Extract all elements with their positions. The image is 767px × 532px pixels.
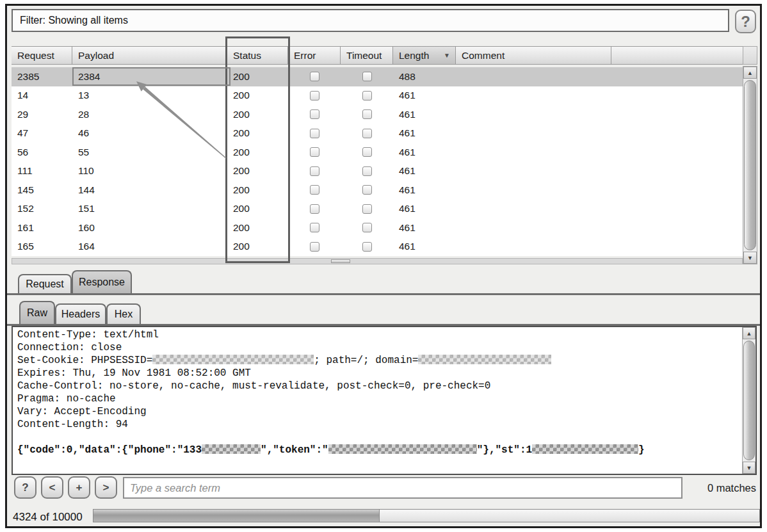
timeout-checkbox[interactable]: [362, 204, 372, 214]
column-header-error[interactable]: Error: [288, 47, 341, 64]
timeout-checkbox[interactable]: [362, 242, 372, 252]
table-row[interactable]: 23852384200488: [12, 67, 743, 86]
response-vertical-scrollbar[interactable]: ▲ ▼: [742, 327, 755, 474]
table-header-corner: [743, 46, 757, 65]
response-line: Cache-Control: no-store, no-cache, must-…: [17, 380, 741, 392]
match-count-label: 0 matches: [683, 477, 756, 499]
table-row[interactable]: 152151200461: [12, 200, 743, 219]
status-cell: 200: [227, 105, 288, 124]
scroll-up-icon[interactable]: ▲: [743, 327, 755, 339]
request-cell: 161: [12, 218, 72, 238]
row-spacer: [611, 238, 743, 257]
error-checkbox[interactable]: [310, 242, 319, 252]
error-cell: [288, 218, 341, 238]
payload-cell: 2384: [72, 67, 227, 86]
scroll-down-icon[interactable]: ▼: [743, 462, 755, 474]
error-checkbox[interactable]: [310, 129, 319, 138]
error-checkbox[interactable]: [310, 185, 319, 195]
column-header-length[interactable]: Length ▼: [393, 47, 456, 64]
payload-cell: 46: [72, 124, 227, 143]
timeout-checkbox[interactable]: [362, 223, 372, 232]
error-checkbox[interactable]: [310, 204, 319, 214]
row-spacer: [611, 105, 743, 124]
timeout-checkbox[interactable]: [362, 185, 372, 195]
redacted-text: [202, 444, 261, 454]
table-row[interactable]: 161160200461: [12, 218, 743, 238]
column-header-request[interactable]: Request: [12, 47, 72, 64]
error-checkbox[interactable]: [310, 109, 319, 119]
timeout-checkbox[interactable]: [362, 109, 372, 119]
column-header-timeout[interactable]: Timeout: [341, 47, 393, 64]
error-checkbox[interactable]: [310, 72, 319, 81]
status-cell: 200: [227, 218, 288, 238]
timeout-checkbox[interactable]: [362, 72, 372, 81]
status-cell: 200: [227, 238, 288, 257]
timeout-cell: [341, 105, 393, 124]
search-help-button[interactable]: ?: [14, 476, 36, 499]
status-cell: 200: [227, 181, 288, 200]
response-text-segment: Cache-Control: no-store, no-cache, must-…: [17, 380, 490, 392]
help-button[interactable]: ?: [735, 10, 756, 33]
error-cell: [288, 143, 341, 162]
search-input[interactable]: [123, 477, 682, 499]
table-row[interactable]: 5655200461: [12, 143, 743, 162]
table-vertical-scrollbar[interactable]: ▲ ▼: [743, 66, 757, 264]
error-cell: [288, 200, 341, 219]
comment-cell: [456, 162, 611, 181]
timeout-cell: [341, 218, 393, 238]
status-cell: 200: [227, 143, 288, 162]
comment-cell: [456, 143, 611, 162]
request-cell: 2385: [12, 67, 72, 86]
error-cell: [288, 238, 341, 257]
filter-bar[interactable]: Filter: Showing all items: [12, 9, 729, 32]
status-cell: 200: [227, 67, 288, 86]
table-scrollbar-thumb[interactable]: [744, 80, 756, 250]
timeout-checkbox[interactable]: [362, 91, 372, 101]
table-horizontal-thumb[interactable]: [331, 259, 350, 263]
intruder-results-window: Filter: Showing all items ? Request Payl…: [5, 4, 762, 528]
tab-response[interactable]: Response: [72, 270, 132, 293]
error-cell: [288, 67, 341, 86]
search-add-button[interactable]: +: [68, 476, 90, 499]
table-row[interactable]: 145144200461: [12, 181, 743, 200]
column-header-status[interactable]: Status: [227, 47, 288, 64]
error-checkbox[interactable]: [310, 166, 319, 176]
error-checkbox[interactable]: [310, 91, 319, 101]
table-row[interactable]: 111110200461: [12, 162, 743, 181]
payload-cell: 13: [72, 86, 227, 106]
error-checkbox[interactable]: [310, 223, 319, 232]
table-row[interactable]: 1413200461: [12, 86, 743, 106]
column-header-comment[interactable]: Comment: [456, 47, 611, 64]
table-row[interactable]: 2928200461: [12, 105, 743, 124]
error-cell: [288, 105, 341, 124]
scroll-down-icon[interactable]: ▼: [743, 252, 757, 264]
timeout-checkbox[interactable]: [362, 147, 372, 157]
table-row[interactable]: 4746200461: [12, 124, 743, 143]
payload-cell: 55: [72, 143, 227, 162]
timeout-checkbox[interactable]: [362, 166, 372, 176]
response-viewer[interactable]: Content-Type: text/htmlConnection: close…: [12, 326, 757, 475]
search-next-button[interactable]: >: [95, 476, 117, 499]
scroll-up-icon[interactable]: ▲: [743, 67, 757, 79]
redacted-text: [418, 355, 551, 364]
error-checkbox[interactable]: [310, 147, 319, 157]
search-previous-button[interactable]: <: [41, 476, 63, 499]
request-cell: 165: [12, 238, 72, 257]
payload-cell: 28: [72, 105, 227, 124]
timeout-checkbox[interactable]: [362, 129, 372, 138]
request-cell: 152: [12, 200, 72, 219]
payload-cell: 151: [72, 200, 227, 219]
tab-headers[interactable]: Headers: [55, 303, 106, 324]
tab-request[interactable]: Request: [18, 274, 72, 293]
response-scrollbar-thumb[interactable]: [743, 341, 755, 460]
table-row[interactable]: 165164200461: [12, 238, 743, 257]
request-cell: 145: [12, 181, 72, 200]
timeout-cell: [341, 200, 393, 219]
length-cell: 461: [393, 143, 456, 162]
table-horizontal-scrollbar[interactable]: [12, 258, 743, 264]
tab-hex[interactable]: Hex: [106, 303, 141, 324]
column-header-payload[interactable]: Payload: [72, 47, 227, 64]
sort-descending-icon: ▼: [444, 52, 450, 59]
length-cell: 461: [393, 181, 456, 200]
tab-raw[interactable]: Raw: [19, 301, 55, 324]
